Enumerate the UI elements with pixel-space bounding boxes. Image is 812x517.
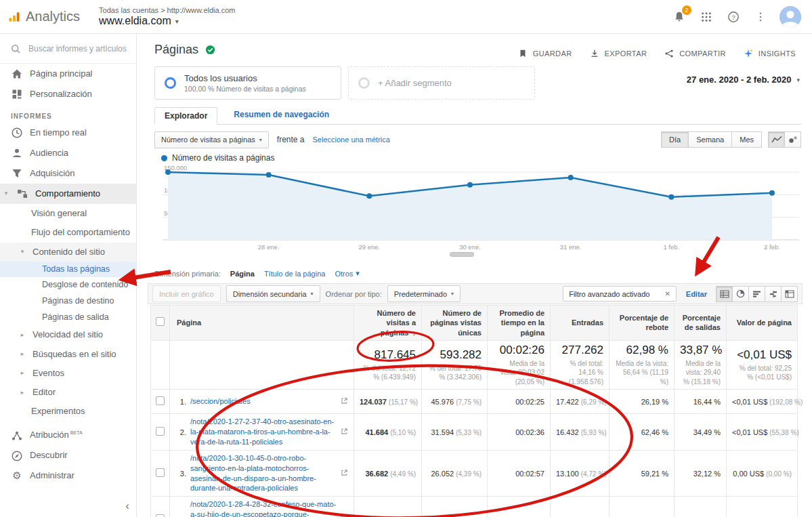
- chart-scrollbar[interactable]: [450, 252, 474, 257]
- export-button[interactable]: EXPORTAR: [589, 47, 647, 60]
- clear-filter-button[interactable]: ✕: [664, 290, 670, 297]
- page-link[interactable]: /seccion/policiales: [190, 396, 337, 407]
- performance-view-button[interactable]: [748, 286, 765, 302]
- external-link-icon[interactable]: [341, 428, 348, 436]
- column-header-unique-pageviews[interactable]: Número de páginas vistas únicas: [422, 306, 488, 341]
- dimension-page[interactable]: Página: [230, 270, 255, 278]
- table-icon: [719, 288, 731, 300]
- external-link-icon[interactable]: [341, 397, 348, 406]
- help-button[interactable]: ?: [725, 9, 742, 25]
- sidebar-item-realtime[interactable]: En tiempo real: [0, 123, 136, 143]
- sidebar-item-all-pages[interactable]: Todas las páginas: [0, 262, 136, 278]
- percentage-view-button[interactable]: [732, 286, 749, 302]
- granularity-day-button[interactable]: Día: [661, 131, 689, 148]
- chevron-down-icon: ▾: [451, 291, 454, 297]
- sidebar-item-admin[interactable]: ⚙ Administrar: [0, 466, 136, 487]
- help-icon: ?: [727, 11, 740, 23]
- segment-all-users[interactable]: Todos los usuarios 100,00 % Número de vi…: [154, 66, 341, 100]
- column-header-bounce-rate[interactable]: Porcentaje de rebote: [610, 306, 675, 341]
- svg-text:?: ?: [731, 13, 735, 20]
- dimension-page-title[interactable]: Título de la página: [264, 270, 326, 278]
- topbar-actions: 2 ? ⋮: [671, 6, 812, 28]
- page-link[interactable]: /nota/2020-1-27-2-37-40-otro-asesinato-e…: [190, 417, 337, 447]
- sidebar-item-publisher[interactable]: ▸ Editor: [0, 383, 136, 402]
- page-link[interactable]: /nota/2020-1-30-10-45-0-otro-robo-sangri…: [190, 453, 337, 493]
- column-header-page-value[interactable]: Valor de página: [727, 306, 798, 341]
- caret-right-icon: ▸: [19, 350, 26, 358]
- chevron-down-icon: ▾: [175, 18, 179, 25]
- dimension-others[interactable]: Otros ▾: [335, 269, 359, 278]
- motion-chart-button[interactable]: [784, 131, 801, 148]
- sidebar-item-attribution[interactable]: AtribuciónBETA: [0, 426, 136, 446]
- select-all-checkbox[interactable]: [156, 317, 165, 326]
- sidebar-collapse-button[interactable]: ‹: [125, 499, 129, 513]
- line-chart-button[interactable]: [768, 131, 785, 148]
- versus-label: frente a: [277, 135, 305, 144]
- pageviews-chart[interactable]: 50.000100.000150.00028 ene.29 ene.30 ene…: [163, 165, 799, 257]
- row-checkbox[interactable]: [156, 514, 165, 517]
- granularity-buttons: Día Semana Mes: [662, 131, 762, 148]
- sidebar-item-acquisition[interactable]: Adquisición: [0, 163, 136, 184]
- apps-grid-button[interactable]: [698, 9, 714, 25]
- sidebar-item-site-content[interactable]: ▾ Contenido del sitio: [0, 243, 136, 262]
- external-link-icon[interactable]: [341, 469, 348, 478]
- sidebar-item-behavior[interactable]: ▾ Comportamiento: [0, 184, 136, 204]
- row-checkbox[interactable]: [156, 396, 165, 405]
- tab-explorer[interactable]: Explorador: [154, 107, 217, 125]
- sidebar-item-landing-pages[interactable]: Páginas de destino: [0, 293, 136, 310]
- sidebar-item-behavior-flow[interactable]: Flujo del comportamiento: [0, 223, 136, 242]
- sidebar-item-overview[interactable]: Visión general: [0, 204, 136, 223]
- date-range-selector[interactable]: 27 ene. 2020 - 2 feb. 2020 ▾: [687, 75, 800, 85]
- secondary-dimension-button[interactable]: Dimensión secundaria ▾: [226, 285, 320, 302]
- sidebar-item-experiments[interactable]: Experimentos: [0, 402, 136, 421]
- metric-selector[interactable]: Número de visitas a páginas ▾: [154, 131, 269, 148]
- table-row: 2./nota/2020-1-27-2-37-40-otro-asesinato…: [151, 414, 798, 451]
- table-view-button[interactable]: [716, 286, 733, 302]
- sidebar-item-customization[interactable]: Personalización: [0, 84, 136, 104]
- breadcrumb: Todas las cuentas > http://www.eldia.com: [99, 6, 235, 14]
- table-row: 1./seccion/policiales 124.037 (15,17 %) …: [151, 390, 798, 414]
- pivot-view-button[interactable]: [781, 286, 798, 302]
- edit-filter-link[interactable]: Editar: [686, 290, 707, 298]
- column-header-entrances[interactable]: Entradas: [551, 306, 610, 341]
- sort-type-button[interactable]: Predeterminado ▾: [387, 285, 461, 302]
- sidebar-item-site-search[interactable]: ▸ Búsquedas en el sitio: [0, 345, 136, 364]
- column-header-pageviews[interactable]: Número de visitas a páginas ↓: [354, 306, 422, 341]
- granularity-month-button[interactable]: Mes: [731, 131, 762, 148]
- sidebar-item-site-speed[interactable]: ▸ Velocidad del sitio: [0, 325, 136, 344]
- granularity-week-button[interactable]: Semana: [688, 131, 732, 148]
- comparison-view-button[interactable]: [765, 286, 782, 302]
- sidebar-item-audience[interactable]: Audiencia: [0, 143, 136, 163]
- more-options-button[interactable]: ⋮: [752, 9, 769, 25]
- table-totals-row: 817.645% del total: 12,72 % (6.439.949) …: [151, 340, 798, 390]
- sidebar-item-content-drilldown[interactable]: Desglose de contenido: [0, 277, 136, 293]
- search-input[interactable]: [27, 43, 129, 54]
- line-chart-icon: [771, 133, 783, 146]
- column-header-exit-rate[interactable]: Porcentaje de salidas: [675, 306, 727, 341]
- row-checkbox[interactable]: [156, 427, 165, 436]
- save-button[interactable]: GUARDAR: [517, 47, 572, 60]
- sidebar-item-discover[interactable]: Descubrir: [0, 446, 136, 466]
- sidebar-item-exit-pages[interactable]: Páginas de salida: [0, 310, 136, 326]
- add-segment-button[interactable]: + Añadir segmento: [348, 66, 535, 100]
- account-switcher[interactable]: Todas las cuentas > http://www.eldia.com…: [99, 6, 235, 27]
- column-header-avg-time[interactable]: Promedio de tiempo en la página: [488, 306, 551, 341]
- avatar[interactable]: [779, 6, 801, 28]
- sidebar: Página principal Personalización INFORME…: [0, 34, 137, 517]
- svg-text:30 ene.: 30 ene.: [459, 243, 481, 251]
- notifications-button[interactable]: 2: [671, 9, 687, 25]
- chevron-down-icon: ▾: [259, 137, 262, 143]
- column-header-page[interactable]: Página: [170, 306, 354, 341]
- analytics-logo[interactable]: Analytics: [0, 9, 80, 24]
- pivot-icon: [784, 288, 796, 300]
- share-button[interactable]: COMPARTIR: [663, 47, 726, 60]
- insights-button[interactable]: INSIGHTS: [742, 47, 796, 60]
- tab-navigation-summary[interactable]: Resumen de navegación: [224, 106, 339, 124]
- sidebar-item-events[interactable]: ▸ Eventos: [0, 364, 136, 383]
- insights-icon: [742, 47, 754, 60]
- page-link[interactable]: /nota/2020-1-28-4-28-32-confeso-que-mato…: [190, 499, 337, 517]
- sidebar-item-home[interactable]: Página principal: [0, 64, 136, 84]
- row-checkbox[interactable]: [156, 468, 165, 477]
- caret-down-icon: ▾: [3, 190, 9, 197]
- select-metric-link[interactable]: Seleccione una métrica: [313, 136, 390, 144]
